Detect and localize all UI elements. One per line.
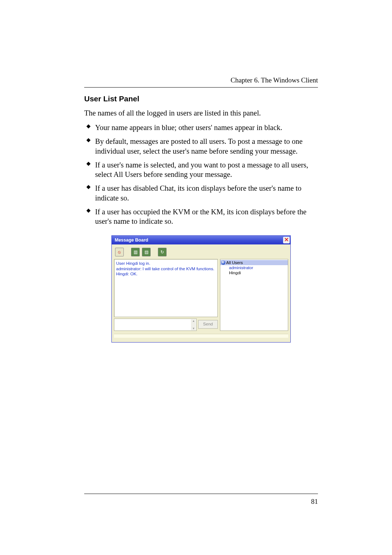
bullet-list: ◆Your name appears in blue; other users'… bbox=[84, 123, 318, 226]
scroll-up-icon[interactable]: ▴ bbox=[191, 319, 196, 323]
section-title: User List Panel bbox=[84, 94, 318, 103]
occupy-kvm-icon[interactable]: ▥ bbox=[131, 248, 140, 256]
user-all-users[interactable]: All Users bbox=[220, 260, 288, 265]
compose-input[interactable]: ▴ ▾ bbox=[114, 319, 197, 331]
message-board-window: Message Board ✕ ⦸ ▥ ▤ ↻ User Hingdi log … bbox=[111, 235, 291, 343]
user-list-panel: All Users administrator Hingdi bbox=[220, 259, 288, 331]
occupy-km-icon[interactable]: ▤ bbox=[142, 248, 151, 256]
bullet-text: If a user has occupied the KVM or the KM… bbox=[95, 208, 306, 225]
users-icon bbox=[221, 260, 225, 265]
log-line: User Hingdi log in. bbox=[116, 261, 216, 266]
refresh-icon[interactable]: ↻ bbox=[158, 248, 167, 256]
section-lead: The names of all the logged in users are… bbox=[84, 108, 318, 118]
window-title: Message Board bbox=[115, 238, 148, 243]
bullet-icon: ◆ bbox=[86, 160, 91, 167]
bullet-text: If a user has disabled Chat, its icon di… bbox=[95, 184, 301, 202]
running-header: Chapter 6. The Windows Client bbox=[230, 76, 318, 84]
bullet-icon: ◆ bbox=[86, 207, 91, 214]
log-line: Hingdi: OK. bbox=[116, 271, 216, 276]
bullet-icon: ◆ bbox=[86, 137, 91, 143]
log-line: administrator: I will take control of th… bbox=[116, 266, 216, 271]
scrollbar[interactable]: ▴ ▾ bbox=[191, 319, 196, 330]
bullet-icon: ◆ bbox=[86, 183, 91, 190]
bullet-icon: ◆ bbox=[86, 123, 91, 130]
scroll-down-icon[interactable]: ▾ bbox=[191, 327, 196, 330]
page-number: 81 bbox=[311, 498, 318, 506]
status-rail bbox=[114, 334, 288, 338]
message-log: User Hingdi log in. administrator: I wil… bbox=[114, 259, 218, 317]
close-icon[interactable]: ✕ bbox=[283, 237, 290, 243]
user-item-self[interactable]: administrator bbox=[220, 265, 288, 270]
top-rule bbox=[84, 87, 318, 88]
bullet-text: If a user's name is selected, and you wa… bbox=[95, 161, 308, 178]
bullet-text: By default, messages are posted to all u… bbox=[95, 137, 303, 155]
bullet-text: Your name appears in blue; other users' … bbox=[95, 123, 282, 131]
chat-disable-icon[interactable]: ⦸ bbox=[115, 248, 124, 256]
send-button[interactable]: Send bbox=[198, 320, 218, 329]
bottom-rule bbox=[84, 494, 318, 494]
all-users-label: All Users bbox=[226, 260, 243, 265]
toolbar: ⦸ ▥ ▤ ↻ bbox=[114, 247, 288, 259]
titlebar[interactable]: Message Board ✕ bbox=[112, 236, 290, 244]
user-item[interactable]: Hingdi bbox=[220, 270, 288, 275]
